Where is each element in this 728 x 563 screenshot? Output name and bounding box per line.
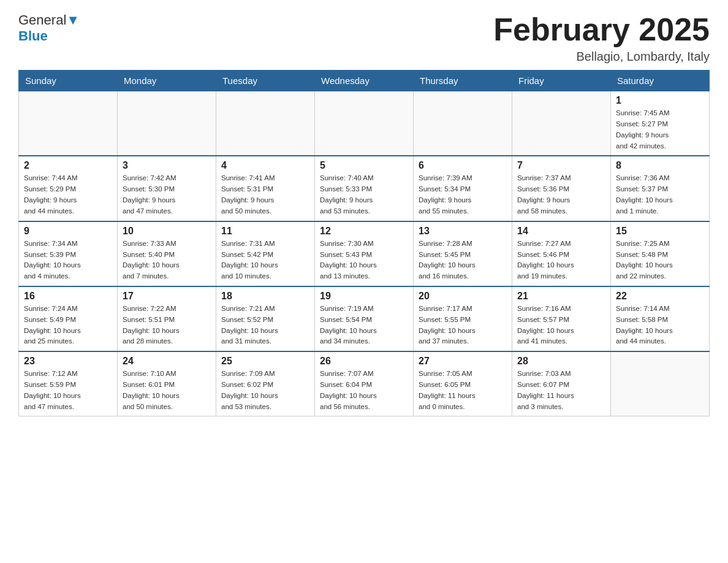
day-number: 17: [123, 291, 211, 302]
day-number: 6: [419, 160, 507, 171]
day-number: 13: [419, 226, 507, 237]
calendar-cell: [512, 91, 611, 156]
day-info: Sunrise: 7:05 AM Sunset: 6:05 PM Dayligh…: [419, 369, 507, 412]
day-number: 5: [320, 160, 408, 171]
calendar-cell: 16Sunrise: 7:24 AM Sunset: 5:49 PM Dayli…: [19, 286, 118, 351]
calendar-week-3: 9Sunrise: 7:34 AM Sunset: 5:39 PM Daylig…: [19, 221, 710, 286]
calendar-week-4: 16Sunrise: 7:24 AM Sunset: 5:49 PM Dayli…: [19, 286, 710, 351]
day-number: 8: [616, 160, 704, 171]
day-number: 4: [221, 160, 309, 171]
calendar-cell: 24Sunrise: 7:10 AM Sunset: 6:01 PM Dayli…: [118, 351, 216, 416]
calendar-table: SundayMondayTuesdayWednesdayThursdayFrid…: [18, 70, 710, 416]
calendar-cell: 19Sunrise: 7:19 AM Sunset: 5:54 PM Dayli…: [315, 286, 414, 351]
day-info: Sunrise: 7:25 AM Sunset: 5:48 PM Dayligh…: [616, 239, 704, 282]
calendar-cell: 22Sunrise: 7:14 AM Sunset: 5:58 PM Dayli…: [611, 286, 710, 351]
weekday-header-friday: Friday: [512, 71, 611, 91]
location: Bellagio, Lombardy, Italy: [493, 50, 710, 64]
weekday-header-wednesday: Wednesday: [315, 71, 414, 91]
calendar-cell: 5Sunrise: 7:40 AM Sunset: 5:33 PM Daylig…: [315, 156, 414, 221]
day-info: Sunrise: 7:22 AM Sunset: 5:51 PM Dayligh…: [123, 304, 211, 347]
calendar-week-1: 1Sunrise: 7:45 AM Sunset: 5:27 PM Daylig…: [19, 91, 710, 156]
day-number: 3: [123, 160, 211, 171]
calendar-cell: 1Sunrise: 7:45 AM Sunset: 5:27 PM Daylig…: [611, 91, 710, 156]
day-number: 23: [24, 356, 112, 367]
day-info: Sunrise: 7:12 AM Sunset: 5:59 PM Dayligh…: [24, 369, 112, 412]
calendar-cell: 20Sunrise: 7:17 AM Sunset: 5:55 PM Dayli…: [414, 286, 512, 351]
calendar-cell: [19, 91, 118, 156]
day-number: 7: [517, 160, 605, 171]
calendar-cell: 15Sunrise: 7:25 AM Sunset: 5:48 PM Dayli…: [611, 221, 710, 286]
logo-blue: ▼Blue: [18, 12, 80, 44]
day-info: Sunrise: 7:34 AM Sunset: 5:39 PM Dayligh…: [24, 239, 112, 282]
calendar-cell: 17Sunrise: 7:22 AM Sunset: 5:51 PM Dayli…: [118, 286, 216, 351]
day-number: 10: [123, 226, 211, 237]
calendar-cell: 9Sunrise: 7:34 AM Sunset: 5:39 PM Daylig…: [19, 221, 118, 286]
day-info: Sunrise: 7:03 AM Sunset: 6:07 PM Dayligh…: [517, 369, 605, 412]
calendar-cell: 14Sunrise: 7:27 AM Sunset: 5:46 PM Dayli…: [512, 221, 611, 286]
calendar-cell: 12Sunrise: 7:30 AM Sunset: 5:43 PM Dayli…: [315, 221, 414, 286]
calendar-cell: 21Sunrise: 7:16 AM Sunset: 5:57 PM Dayli…: [512, 286, 611, 351]
day-info: Sunrise: 7:10 AM Sunset: 6:01 PM Dayligh…: [123, 369, 211, 412]
calendar-cell: 6Sunrise: 7:39 AM Sunset: 5:34 PM Daylig…: [414, 156, 512, 221]
day-info: Sunrise: 7:30 AM Sunset: 5:43 PM Dayligh…: [320, 239, 408, 282]
calendar-cell: 8Sunrise: 7:36 AM Sunset: 5:37 PM Daylig…: [611, 156, 710, 221]
weekday-header-sunday: Sunday: [19, 71, 118, 91]
day-info: Sunrise: 7:24 AM Sunset: 5:49 PM Dayligh…: [24, 304, 112, 347]
calendar-cell: 4Sunrise: 7:41 AM Sunset: 5:31 PM Daylig…: [216, 156, 315, 221]
logo: General▼Blue: [18, 12, 80, 44]
day-number: 2: [24, 160, 112, 171]
calendar-cell: 23Sunrise: 7:12 AM Sunset: 5:59 PM Dayli…: [19, 351, 118, 416]
calendar-cell: 18Sunrise: 7:21 AM Sunset: 5:52 PM Dayli…: [216, 286, 315, 351]
calendar-cell: 11Sunrise: 7:31 AM Sunset: 5:42 PM Dayli…: [216, 221, 315, 286]
day-info: Sunrise: 7:42 AM Sunset: 5:30 PM Dayligh…: [123, 173, 211, 216]
day-info: Sunrise: 7:39 AM Sunset: 5:34 PM Dayligh…: [419, 173, 507, 216]
weekday-header-thursday: Thursday: [414, 71, 512, 91]
calendar-cell: [414, 91, 512, 156]
logo-text: General▼Blue: [18, 12, 80, 44]
weekday-header-row: SundayMondayTuesdayWednesdayThursdayFrid…: [19, 71, 710, 91]
day-number: 21: [517, 291, 605, 302]
calendar-cell: 7Sunrise: 7:37 AM Sunset: 5:36 PM Daylig…: [512, 156, 611, 221]
calendar-cell: 25Sunrise: 7:09 AM Sunset: 6:02 PM Dayli…: [216, 351, 315, 416]
day-number: 14: [517, 226, 605, 237]
day-number: 26: [320, 356, 408, 367]
calendar-cell: [118, 91, 216, 156]
day-number: 12: [320, 226, 408, 237]
calendar-cell: 27Sunrise: 7:05 AM Sunset: 6:05 PM Dayli…: [414, 351, 512, 416]
day-info: Sunrise: 7:31 AM Sunset: 5:42 PM Dayligh…: [221, 239, 309, 282]
weekday-header-saturday: Saturday: [611, 71, 710, 91]
day-info: Sunrise: 7:16 AM Sunset: 5:57 PM Dayligh…: [517, 304, 605, 347]
day-info: Sunrise: 7:14 AM Sunset: 5:58 PM Dayligh…: [616, 304, 704, 347]
calendar-cell: 13Sunrise: 7:28 AM Sunset: 5:45 PM Dayli…: [414, 221, 512, 286]
day-info: Sunrise: 7:40 AM Sunset: 5:33 PM Dayligh…: [320, 173, 408, 216]
page-header: General▼Blue February 2025 Bellagio, Lom…: [18, 12, 710, 64]
calendar-cell: 26Sunrise: 7:07 AM Sunset: 6:04 PM Dayli…: [315, 351, 414, 416]
calendar-cell: [216, 91, 315, 156]
day-number: 20: [419, 291, 507, 302]
day-number: 27: [419, 356, 507, 367]
day-number: 22: [616, 291, 704, 302]
calendar-cell: 3Sunrise: 7:42 AM Sunset: 5:30 PM Daylig…: [118, 156, 216, 221]
day-info: Sunrise: 7:27 AM Sunset: 5:46 PM Dayligh…: [517, 239, 605, 282]
day-info: Sunrise: 7:45 AM Sunset: 5:27 PM Dayligh…: [616, 108, 704, 151]
day-info: Sunrise: 7:36 AM Sunset: 5:37 PM Dayligh…: [616, 173, 704, 216]
day-info: Sunrise: 7:19 AM Sunset: 5:54 PM Dayligh…: [320, 304, 408, 347]
calendar-week-5: 23Sunrise: 7:12 AM Sunset: 5:59 PM Dayli…: [19, 351, 710, 416]
day-info: Sunrise: 7:21 AM Sunset: 5:52 PM Dayligh…: [221, 304, 309, 347]
day-info: Sunrise: 7:37 AM Sunset: 5:36 PM Dayligh…: [517, 173, 605, 216]
calendar-cell: 10Sunrise: 7:33 AM Sunset: 5:40 PM Dayli…: [118, 221, 216, 286]
day-info: Sunrise: 7:33 AM Sunset: 5:40 PM Dayligh…: [123, 239, 211, 282]
calendar-cell: 2Sunrise: 7:44 AM Sunset: 5:29 PM Daylig…: [19, 156, 118, 221]
day-number: 24: [123, 356, 211, 367]
day-number: 11: [221, 226, 309, 237]
day-number: 19: [320, 291, 408, 302]
month-title: February 2025: [493, 12, 710, 47]
day-info: Sunrise: 7:28 AM Sunset: 5:45 PM Dayligh…: [419, 239, 507, 282]
day-info: Sunrise: 7:09 AM Sunset: 6:02 PM Dayligh…: [221, 369, 309, 412]
day-number: 15: [616, 226, 704, 237]
calendar-cell: [315, 91, 414, 156]
calendar-cell: 28Sunrise: 7:03 AM Sunset: 6:07 PM Dayli…: [512, 351, 611, 416]
day-number: 25: [221, 356, 309, 367]
day-number: 1: [616, 95, 704, 106]
day-info: Sunrise: 7:07 AM Sunset: 6:04 PM Dayligh…: [320, 369, 408, 412]
